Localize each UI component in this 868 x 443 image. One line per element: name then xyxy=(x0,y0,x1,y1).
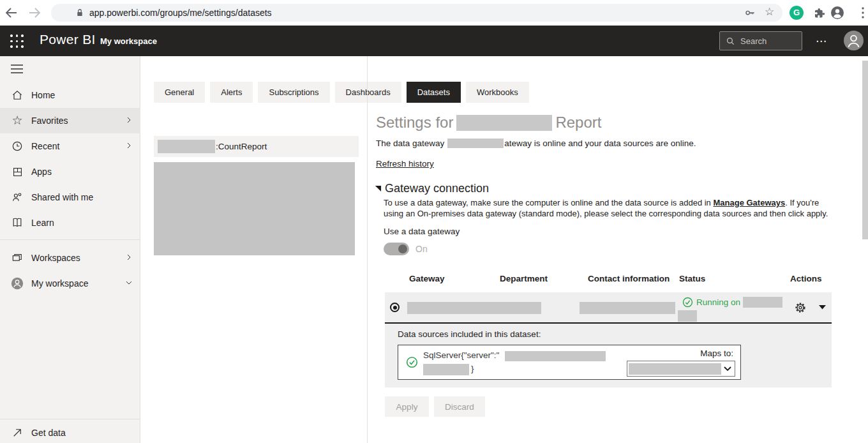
maps-to-select[interactable] xyxy=(627,361,735,377)
url-input[interactable] xyxy=(89,6,715,20)
extensions-puzzle-icon[interactable] xyxy=(812,6,825,19)
scrollbar-thumb[interactable] xyxy=(862,61,868,239)
bookmark-star-icon[interactable]: ☆ xyxy=(765,5,774,19)
clock-icon xyxy=(10,140,24,153)
apply-button[interactable]: Apply xyxy=(385,396,429,417)
tab-general[interactable]: General xyxy=(154,82,205,103)
dataset-list-item[interactable]: :CountReport xyxy=(154,136,359,157)
dataset-name-suffix: :CountReport xyxy=(216,142,267,151)
header-more-icon[interactable]: ⋯ xyxy=(816,34,827,48)
maps-to-label: Maps to: xyxy=(700,349,733,358)
password-key-icon[interactable] xyxy=(744,6,756,19)
lock-icon[interactable] xyxy=(74,7,86,19)
sidebar-item-label: My workspace xyxy=(31,278,88,289)
chevron-right-icon[interactable] xyxy=(124,115,134,125)
tab-alerts[interactable]: Alerts xyxy=(210,82,253,103)
waffle-menu-icon[interactable] xyxy=(10,34,24,49)
sidebar-item-label: Learn xyxy=(31,218,54,228)
manage-gateways-link[interactable]: Manage Gateways xyxy=(713,198,785,207)
gateway-status-line: The data gateway ateway is online and yo… xyxy=(376,139,696,148)
account-avatar[interactable] xyxy=(844,31,864,50)
sidebar-nav: Home ☆ Favorites Recent Apps Shared with… xyxy=(0,56,140,443)
gateway-radio-selected[interactable] xyxy=(390,303,400,312)
sidebar-item-apps[interactable]: Apps xyxy=(0,159,140,184)
title-prefix: Settings for xyxy=(376,114,453,131)
back-icon[interactable] xyxy=(4,5,19,20)
grammarly-extension-icon[interactable]: G xyxy=(789,6,804,20)
redacted-gateway-cell xyxy=(407,302,541,314)
sidebar-item-home[interactable]: Home xyxy=(0,82,140,108)
redacted-status-machine xyxy=(743,297,782,308)
sidebar-item-recent[interactable]: Recent xyxy=(0,133,140,159)
col-header-actions: Actions xyxy=(790,274,822,283)
app-header: Power BI My workspace ⋯ xyxy=(0,26,868,56)
sidebar-item-get-data[interactable]: Get data xyxy=(0,421,140,443)
sidebar-item-label: Shared with me xyxy=(31,192,93,202)
favorites-star-icon: ☆ xyxy=(10,115,24,126)
get-data-arrow-icon xyxy=(10,427,24,439)
sidebar-item-workspaces[interactable]: Workspaces xyxy=(0,245,140,271)
redacted-gateway-name xyxy=(447,139,504,148)
redacted-status-line2 xyxy=(678,310,697,322)
sidebar-divider xyxy=(0,419,140,419)
data-sources-label: Data sources included in this dataset: xyxy=(398,329,541,339)
redacted-database-name xyxy=(423,364,469,375)
redacted-contact-cell xyxy=(580,302,675,314)
col-header-gateway: Gateway xyxy=(409,274,445,283)
chevron-right-icon[interactable] xyxy=(124,252,134,262)
datasource-check-icon xyxy=(406,356,418,368)
discard-button[interactable]: Discard xyxy=(434,396,485,417)
source-close-brace: } xyxy=(471,364,474,373)
select-caret-icon xyxy=(724,366,731,372)
sidebar-item-label: Favorites xyxy=(31,116,68,126)
browser-menu-kebab-icon[interactable] xyxy=(857,6,868,20)
row-caret-down-icon[interactable] xyxy=(819,305,826,310)
tab-dashboards[interactable]: Dashboards xyxy=(335,82,401,103)
section-heading: Gateway connection xyxy=(385,182,489,195)
toggle-state-label: On xyxy=(415,244,428,254)
people-icon xyxy=(10,191,24,204)
browser-profile-icon[interactable] xyxy=(830,5,845,20)
apps-grid-icon xyxy=(10,166,24,178)
gateway-connection-header[interactable]: Gateway connection xyxy=(375,182,489,195)
search-icon xyxy=(725,36,736,47)
workspaces-icon xyxy=(10,252,24,264)
source-connection-text: SqlServer{"server":" xyxy=(423,350,499,360)
sidebar-item-label: Home xyxy=(31,90,55,100)
app-brand: Power BI xyxy=(40,32,96,47)
header-search[interactable] xyxy=(719,31,802,50)
sidebar-item-shared-with-me[interactable]: Shared with me xyxy=(0,184,140,210)
chevron-down-icon[interactable] xyxy=(124,278,134,288)
section-collapse-triangle-icon xyxy=(375,185,382,192)
desc-part1: To use a data gateway, make sure the com… xyxy=(384,198,713,207)
redacted-selected-mapping xyxy=(629,363,721,375)
gateway-table-row[interactable]: Running on xyxy=(385,292,832,322)
tab-workbooks[interactable]: Workbooks xyxy=(466,82,529,103)
current-workspace-label[interactable]: My workspace xyxy=(100,36,157,46)
powerbi-settings-screen: ☆ G Power BI My workspace ⋯ xyxy=(0,0,868,443)
settings-tabbar: General Alerts Subscriptions Dashboards … xyxy=(154,82,529,103)
browser-toolbar: ☆ G xyxy=(0,0,868,26)
tab-subscriptions[interactable]: Subscriptions xyxy=(258,82,329,103)
search-input[interactable] xyxy=(740,36,795,46)
sidebar-item-my-workspace[interactable]: My workspace xyxy=(0,271,140,296)
sidebar-item-learn[interactable]: Learn xyxy=(0,210,140,236)
gateway-description: To use a data gateway, make sure the com… xyxy=(384,197,830,219)
forward-icon[interactable] xyxy=(27,5,42,20)
toggle-knob xyxy=(398,244,407,253)
gear-icon[interactable] xyxy=(794,301,807,314)
content-divider xyxy=(367,56,368,443)
col-header-status: Status xyxy=(679,274,705,283)
use-data-gateway-label: Use a data gateway xyxy=(384,227,460,236)
tab-datasets[interactable]: Datasets xyxy=(407,82,461,103)
sidebar-item-label: Apps xyxy=(31,167,52,177)
use-data-gateway-toggle[interactable] xyxy=(384,243,409,255)
sidebar-item-label: Get data xyxy=(31,428,66,438)
data-sources-panel: Data sources included in this dataset: S… xyxy=(385,324,832,387)
page-title: Settings for Report xyxy=(376,114,601,131)
sidebar-item-favorites[interactable]: ☆ Favorites xyxy=(0,108,140,133)
subtitle-suffix: ateway is online and your data sources a… xyxy=(504,139,696,148)
hamburger-menu-icon[interactable] xyxy=(10,63,24,75)
refresh-history-link[interactable]: Refresh history xyxy=(376,159,434,169)
chevron-right-icon[interactable] xyxy=(124,140,134,151)
